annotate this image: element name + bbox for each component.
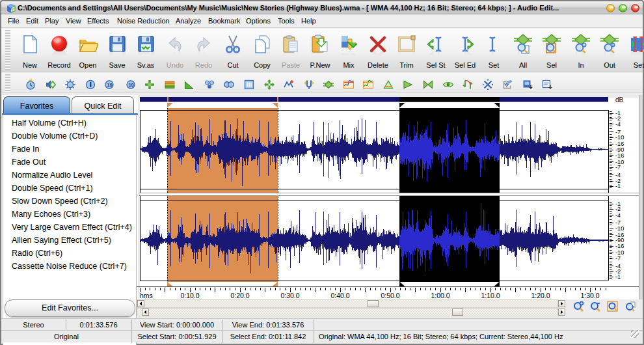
svg-text:0:30.0: 0:30.0 <box>280 292 299 299</box>
svg-text:-10: -10 <box>615 159 624 165</box>
svg-text:1:10.0: 1:10.0 <box>481 292 500 299</box>
svg-text:-16: -16 <box>615 243 624 249</box>
svg-text:1:00.0: 1:00.0 <box>431 292 449 299</box>
svg-text:-4: -4 <box>615 172 621 178</box>
svg-text:-2: -2 <box>615 178 621 184</box>
svg-text:-16: -16 <box>615 152 624 159</box>
svg-text:0:50.0: 0:50.0 <box>381 292 399 299</box>
svg-text:0:20.0: 0:20.0 <box>230 292 249 299</box>
svg-text:hms: hms <box>140 292 153 299</box>
svg-text:-10: -10 <box>615 134 624 141</box>
svg-text:1:30.0: 1:30.0 <box>580 292 599 299</box>
svg-text:-4: -4 <box>615 212 621 219</box>
svg-text:-90: -90 <box>615 237 624 243</box>
svg-text:-4: -4 <box>615 263 621 269</box>
svg-text:-4: -4 <box>615 121 621 128</box>
svg-text:-2: -2 <box>615 206 621 212</box>
svg-text:-7: -7 <box>615 255 621 262</box>
svg-text:1:20.0: 1:20.0 <box>531 292 550 299</box>
svg-text:-10: -10 <box>615 225 624 232</box>
svg-text:-90: -90 <box>615 146 624 153</box>
svg-text:0:10.0: 0:10.0 <box>180 292 199 299</box>
svg-text:0:40.0: 0:40.0 <box>330 292 349 299</box>
svg-text:-10: -10 <box>615 249 624 256</box>
svg-text:dB: dB <box>615 96 624 104</box>
